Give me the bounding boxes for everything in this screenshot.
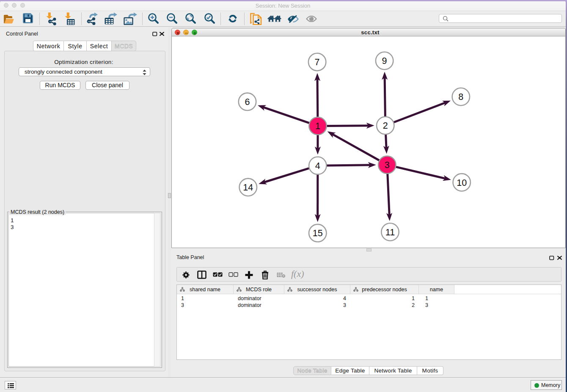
svg-text:10: 10 (457, 178, 467, 188)
svg-text:7: 7 (315, 57, 320, 67)
svg-text:2: 2 (383, 121, 388, 131)
svg-text:6: 6 (245, 97, 250, 107)
svg-text:14: 14 (243, 182, 253, 193)
svg-text:1: 1 (315, 121, 320, 131)
svg-text:11: 11 (385, 227, 395, 237)
svg-text:4: 4 (315, 161, 320, 171)
svg-text:8: 8 (458, 92, 463, 102)
svg-text:3: 3 (385, 160, 390, 170)
svg-text:9: 9 (382, 56, 387, 66)
svg-text:15: 15 (313, 228, 323, 238)
